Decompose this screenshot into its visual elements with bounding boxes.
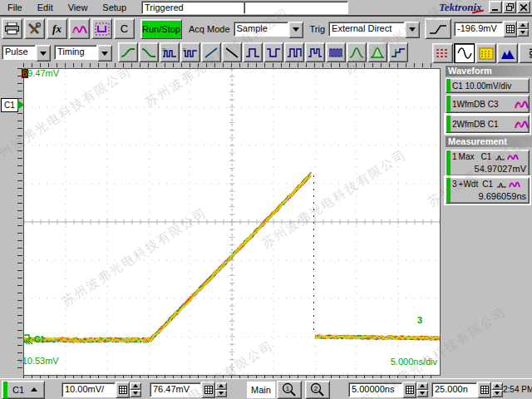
chevron-down-icon[interactable] <box>405 22 420 38</box>
measurement1-button[interactable]: 1Max C1 54.97027mV <box>446 150 530 176</box>
trigger-level-stepper[interactable] <box>517 22 529 37</box>
zoom1-button[interactable]: 1 <box>277 381 302 399</box>
wfmdb1-button[interactable]: 1WfmDB C3 <box>446 95 530 113</box>
graticule[interactable]: 69.47mV -10.53mV 5.000ns/div 3 C1 <box>23 68 441 376</box>
trigger-subclass-select[interactable]: Timing <box>54 45 112 60</box>
wfmdb-waveform-icon <box>515 99 529 110</box>
tools-icon <box>27 22 42 36</box>
cursor-c-button[interactable]: C <box>114 18 135 39</box>
restore-button[interactable] <box>503 1 516 13</box>
measurement-section-header: Measurement <box>446 136 532 147</box>
active-strip <box>446 96 451 112</box>
sine-wave-icon <box>457 47 472 60</box>
pulse-width-button[interactable] <box>284 42 304 62</box>
purple-pulse-icon <box>95 22 110 36</box>
chevron-down-icon[interactable] <box>36 45 51 62</box>
measurement2-value: 9.696059ns <box>452 191 528 201</box>
keypad-icon[interactable] <box>201 382 215 398</box>
wfmdb2-button[interactable]: 2WfmDB C1 <box>446 115 530 133</box>
pulse-glyph-icon <box>495 153 505 161</box>
blue-histogram-icon <box>500 47 515 60</box>
printer-icon <box>5 22 19 35</box>
trigger-status-field: Triggered <box>141 1 244 14</box>
slope-rise-button[interactable] <box>201 42 221 62</box>
vertical-position-stepper[interactable] <box>215 382 227 397</box>
wfmdb-waveform-icon <box>509 180 520 189</box>
window-peak-button[interactable] <box>347 42 367 62</box>
vertical-position-field[interactable]: 76.47mV <box>150 382 201 397</box>
edge-fall-smooth-button[interactable] <box>139 42 159 62</box>
step-up-icon[interactable] <box>517 22 529 29</box>
histogram-display-button[interactable] <box>497 43 518 63</box>
chevron-down-icon[interactable] <box>288 22 303 38</box>
glitch-pos-button[interactable]: R <box>160 42 180 62</box>
zoom2-button[interactable]: 2 <box>305 381 330 399</box>
active-strip <box>446 150 451 175</box>
resolution-control: 25.000n <box>431 382 503 398</box>
menu-edit[interactable]: Edit <box>30 1 61 14</box>
display-mode-buttons: IOI <box>431 43 532 63</box>
runt-pulse-button[interactable] <box>305 42 325 62</box>
tools-button[interactable] <box>24 18 45 39</box>
acq-mode-select[interactable]: Sample <box>234 22 303 37</box>
channel1-reference-label[interactable]: C1 <box>1 98 18 112</box>
measurement2-button[interactable]: 3+Wdt C1 9.696059ns <box>446 177 530 204</box>
intensified-display-button[interactable] <box>475 43 496 63</box>
burst-button[interactable] <box>326 42 346 62</box>
keypad-icon[interactable] <box>503 21 517 37</box>
resolution-stepper[interactable] <box>491 382 503 397</box>
run-stop-button[interactable]: Run/Stop <box>140 19 182 39</box>
step-icon <box>391 47 406 59</box>
keypad-icon[interactable] <box>116 382 130 398</box>
minimize-icon <box>492 4 499 11</box>
peak2-button[interactable] <box>367 42 387 62</box>
minimize-button[interactable] <box>489 1 502 13</box>
channel-selector-button[interactable]: C1 <box>2 381 45 399</box>
slope-fall-button[interactable] <box>222 42 242 62</box>
pulse-pos-button[interactable] <box>243 42 263 62</box>
xy-display-button[interactable]: IOI <box>519 43 532 63</box>
pulse-u-button[interactable] <box>91 18 112 39</box>
trig-label: Trig <box>310 24 326 34</box>
menu-bar: File Edit View Setup Utilities Help Trig… <box>0 0 532 17</box>
waveform-display-button[interactable] <box>69 18 90 39</box>
setup-hold-button[interactable] <box>388 42 408 62</box>
active-strip <box>446 178 451 203</box>
keypad-icon[interactable] <box>402 382 416 398</box>
edge-rise-smooth-button[interactable] <box>118 42 138 62</box>
vertical-scale-field[interactable]: 10.00mV/ <box>62 382 116 397</box>
measurement1-value: 54.97027mV <box>452 164 528 174</box>
trigger-slope-button[interactable] <box>425 18 451 39</box>
math-fx-button[interactable]: fx <box>47 18 67 39</box>
channel-scale-button[interactable]: C1 10.00mV/div <box>446 78 530 93</box>
horizontal-scale-field[interactable]: 5.00000ns <box>348 382 402 397</box>
print-button[interactable] <box>2 18 22 39</box>
close-button[interactable] <box>517 1 530 13</box>
menu-view[interactable]: View <box>61 1 96 14</box>
resolution-field[interactable]: 25.000n <box>431 382 477 397</box>
bottom-control-bar: C1 10.00mV/ 76.47mV Main <box>0 378 532 399</box>
keypad-icon[interactable] <box>477 382 491 398</box>
svg-text:1: 1 <box>286 385 290 392</box>
pulse-neg-icon <box>266 47 281 59</box>
trigger-level-field[interactable]: -196.9mV <box>454 22 503 37</box>
pulse-neg-button[interactable] <box>264 42 283 62</box>
menu-setup[interactable]: Setup <box>95 1 134 14</box>
waveform-section-header: Waveform <box>446 66 532 76</box>
glitch-neg-button[interactable]: F <box>180 42 200 62</box>
main-timebase-button[interactable]: Main <box>247 382 275 398</box>
vertical-scale-stepper[interactable] <box>130 382 141 397</box>
top-voltage-readout: 69.47mV <box>22 68 59 78</box>
horizontal-scale-stepper[interactable] <box>416 382 428 397</box>
trigger-level-control: -196.9mV <box>454 21 529 37</box>
trigger-source-select[interactable]: External Direct <box>328 22 420 37</box>
chevron-down-icon[interactable] <box>97 45 112 62</box>
persistence-display-button[interactable] <box>432 43 453 63</box>
step-down-icon[interactable] <box>517 29 529 37</box>
trigger-class-select[interactable]: Pulse <box>2 45 51 60</box>
vector-display-button[interactable] <box>454 43 475 63</box>
display-area: C1 69.47mV -10.53mV 5.000ns/div 3 C1 Wav… <box>0 63 532 378</box>
menu-file[interactable]: File <box>0 1 30 14</box>
peak-filled-icon <box>370 47 385 59</box>
rotated-text-icon: IOI <box>524 46 532 61</box>
